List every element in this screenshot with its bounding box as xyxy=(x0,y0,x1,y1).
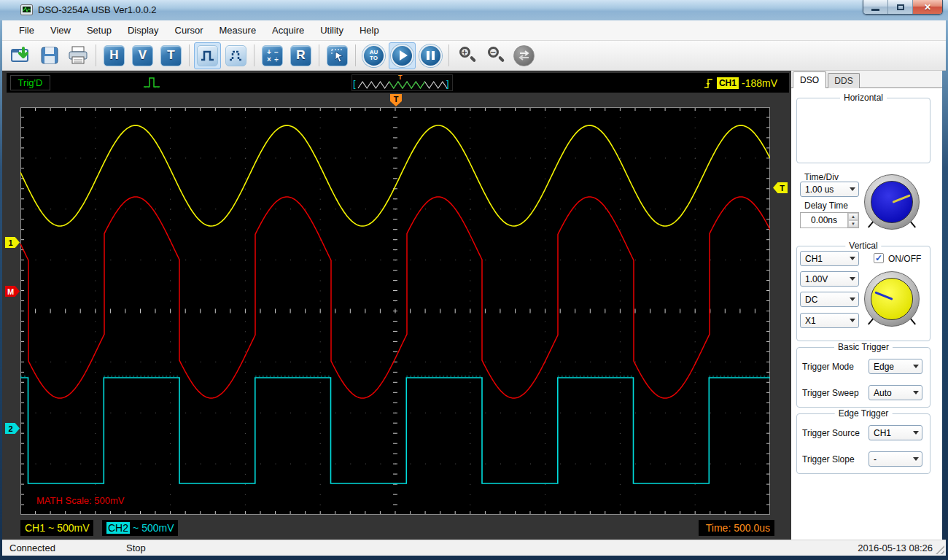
swap-arrows-icon xyxy=(517,50,532,61)
chevron-down-icon xyxy=(850,187,855,191)
save-button[interactable] xyxy=(36,42,63,69)
chevron-down-icon xyxy=(850,277,855,281)
chevron-down-icon xyxy=(850,257,855,260)
menu-cursor[interactable]: Cursor xyxy=(167,22,211,39)
open-button[interactable] xyxy=(7,42,34,69)
menu-measure[interactable]: Measure xyxy=(211,22,265,39)
panel-tabs: DSO DDS xyxy=(791,71,942,88)
math-operators-icon: + − × ÷ xyxy=(265,48,280,63)
r-icon: R xyxy=(296,48,305,63)
timediv-select[interactable]: 1.00 us xyxy=(800,182,859,197)
save-icon xyxy=(39,45,60,66)
zoom-out-icon: − xyxy=(486,46,505,65)
minimize-icon xyxy=(871,9,879,11)
trigger-mode-select[interactable]: Edge xyxy=(869,359,922,374)
pulse-mode-button[interactable] xyxy=(194,42,221,69)
toolbar-separator xyxy=(355,44,356,66)
zoom-in-icon: + xyxy=(458,46,477,65)
trigger-level-value: -188mV xyxy=(742,77,777,89)
pulse-icon xyxy=(200,48,216,63)
h-icon: H xyxy=(109,48,118,63)
toolbar-separator xyxy=(319,44,319,66)
chevron-down-icon xyxy=(913,457,919,461)
menu-setup[interactable]: Setup xyxy=(79,22,120,39)
waveform-graticule[interactable] xyxy=(20,107,770,515)
chevron-down-icon xyxy=(913,431,919,435)
edge-trigger-title: Edge Trigger xyxy=(835,408,893,419)
pulse-alt-mode-button[interactable] xyxy=(222,42,249,69)
trigger-slope-select[interactable]: - xyxy=(869,451,922,467)
reference-button[interactable]: R xyxy=(287,42,314,69)
vertical-knob[interactable] xyxy=(864,271,920,327)
minimize-button[interactable] xyxy=(863,0,888,14)
pause-icon xyxy=(427,51,435,60)
cursor-tool-button[interactable] xyxy=(324,42,351,69)
trigger-slope-label: Trigger Slope xyxy=(802,454,855,464)
spin-down-icon[interactable]: ▼ xyxy=(848,220,858,228)
onoff-label: ON/OFF xyxy=(888,254,921,264)
menu-file[interactable]: File xyxy=(11,22,42,39)
menu-view[interactable]: View xyxy=(42,22,79,39)
trigger-source-select[interactable]: CH1 xyxy=(869,425,922,440)
zoom-out-button[interactable]: − xyxy=(482,42,509,69)
caption-buttons: ✕ xyxy=(863,0,943,15)
tab-dso[interactable]: DSO xyxy=(793,71,826,88)
close-icon: ✕ xyxy=(924,2,931,12)
horizontal-knob[interactable] xyxy=(864,174,920,230)
delay-time-spinner[interactable]: 0.00ns ▲▼ xyxy=(800,212,859,228)
probe-select[interactable]: X1 xyxy=(800,313,859,328)
volts-div-select[interactable]: 1.00V xyxy=(800,271,859,287)
maximize-button[interactable] xyxy=(888,0,913,14)
chevron-down-icon xyxy=(850,319,855,322)
run-button[interactable] xyxy=(389,42,416,69)
channel-select[interactable]: CH1 xyxy=(800,251,859,266)
title-bar[interactable]: DSO-3254A USB Ver1.0.0.2 ✕ xyxy=(0,0,948,20)
trigger-position-marker[interactable]: T xyxy=(390,94,402,106)
maximize-icon xyxy=(897,4,904,10)
math-button[interactable]: + − × ÷ xyxy=(259,42,286,69)
ch2-chip: CH2 xyxy=(106,522,130,534)
menu-acquire[interactable]: Acquire xyxy=(264,22,312,39)
delay-time-label: Delay Time xyxy=(804,201,848,211)
trigger-sweep-label: Trigger Sweep xyxy=(802,388,859,398)
status-bar: Connected Stop 2016-05-13 08:26 xyxy=(2,540,946,556)
math-position-marker[interactable]: M xyxy=(5,286,20,297)
trigger-sweep-select[interactable]: Auto xyxy=(869,385,922,400)
resize-grip[interactable] xyxy=(936,545,944,554)
autoset-icon: AUTO xyxy=(362,44,385,67)
trigger-settings-button[interactable]: T xyxy=(158,42,184,69)
close-button[interactable]: ✕ xyxy=(913,0,942,14)
menu-help[interactable]: Help xyxy=(351,22,387,39)
open-icon xyxy=(10,45,32,66)
zoom-in-button[interactable]: + xyxy=(454,42,481,69)
chevron-down-icon xyxy=(913,391,919,394)
menu-utility[interactable]: Utility xyxy=(312,22,351,39)
ch2-position-marker[interactable]: 2 xyxy=(5,423,20,434)
acquisition-preview[interactable]: [] T xyxy=(351,74,453,91)
swap-button[interactable] xyxy=(510,42,537,69)
tab-dds[interactable]: DDS xyxy=(828,73,860,88)
horizontal-settings-button[interactable]: H xyxy=(101,42,128,69)
trigger-level-marker[interactable]: T xyxy=(773,182,788,193)
vertical-settings-button[interactable]: V xyxy=(129,42,156,69)
autoset-button[interactable]: AUTO xyxy=(360,42,387,69)
ch1-scale-readout: CH1~500mV xyxy=(20,520,93,536)
menu-bar: File View Setup Display Cursor Measure A… xyxy=(2,20,946,41)
pulse-dashed-icon xyxy=(228,48,244,63)
svg-text:[: [ xyxy=(353,78,356,89)
coupling-select[interactable]: DC xyxy=(800,292,859,307)
vertical-group-title: Vertical xyxy=(845,241,881,251)
ch1-position-marker[interactable]: 1 xyxy=(5,237,20,248)
trigger-source-badge: CH1 xyxy=(717,77,739,89)
timebase-readout: Time: 500.0us xyxy=(699,520,774,536)
toolbar-separator xyxy=(189,44,190,66)
toolbar-separator xyxy=(254,44,255,66)
channel-onoff-checkbox[interactable]: ✓ xyxy=(874,253,884,263)
spinner-buttons[interactable]: ▲▼ xyxy=(847,213,858,228)
spin-up-icon[interactable]: ▲ xyxy=(848,213,858,220)
pause-button[interactable] xyxy=(417,42,444,69)
basic-trigger-title: Basic Trigger xyxy=(834,342,893,352)
print-button[interactable] xyxy=(64,42,91,69)
menu-display[interactable]: Display xyxy=(120,22,167,39)
toolbar-separator xyxy=(448,44,449,66)
